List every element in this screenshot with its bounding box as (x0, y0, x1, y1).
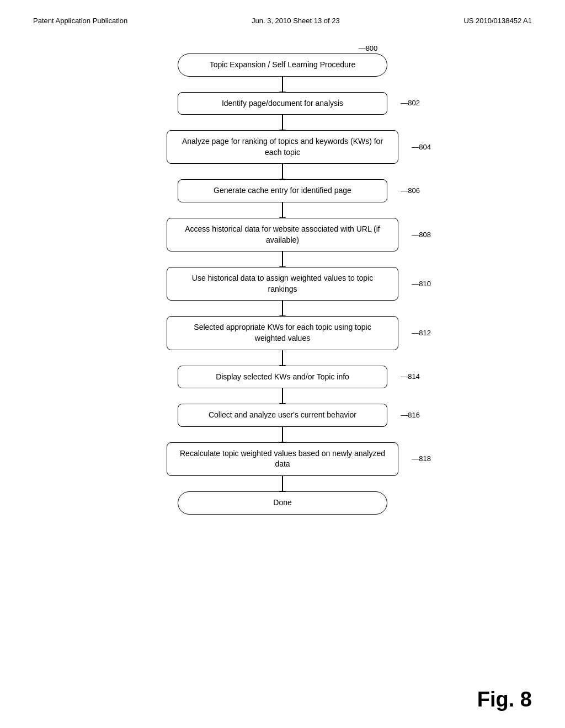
arrow-start (282, 77, 283, 92)
step-ref-806: —806 (401, 186, 420, 196)
arrow-802 (282, 115, 283, 130)
header-right: US 2010/0138452 A1 (463, 17, 532, 25)
flow-item-816: Collect and analyze user's current behav… (33, 404, 532, 442)
arrow-814 (282, 388, 283, 404)
step-ref-814: —814 (401, 372, 420, 382)
box-802: Identify page/document for analysis—802 (178, 92, 387, 115)
flow-item-810: Use historical data to assign weighted v… (33, 267, 532, 316)
flow-item-804: Analyze page for ranking of topics and k… (33, 130, 532, 179)
box-start: Topic Expansion / Self Learning Procedur… (178, 53, 387, 77)
flow-item-808: Access historical data for website assoc… (33, 218, 532, 267)
arrow-810 (282, 301, 283, 316)
box-818: Recalculate topic weighted values based … (167, 442, 398, 476)
figure-label: Fig. 8 (477, 688, 532, 711)
page: Patent Application Publication Jun. 3, 2… (0, 0, 565, 728)
box-812: Selected appropriate KWs for each topic … (167, 316, 398, 350)
step-ref-802: —802 (401, 98, 420, 108)
flow-item-806: Generate cache entry for identified page… (33, 179, 532, 218)
box-804: Analyze page for ranking of topics and k… (167, 130, 398, 164)
step-ref-812: —812 (412, 328, 431, 338)
arrow-808 (282, 251, 283, 267)
box-808: Access historical data for website assoc… (167, 218, 398, 251)
flow-item-802: Identify page/document for analysis—802 (33, 92, 532, 131)
flow-item-812: Selected appropriate KWs for each topic … (33, 316, 532, 365)
arrow-804 (282, 164, 283, 179)
step-ref-818: —818 (412, 454, 431, 464)
box-816: Collect and analyze user's current behav… (178, 404, 387, 427)
arrow-818 (282, 476, 283, 491)
top-ref-800: —800 (359, 44, 378, 52)
header-left: Patent Application Publication (33, 17, 127, 25)
flow-item-818: Recalculate topic weighted values based … (33, 442, 532, 491)
box-814: Display selected KWs and/or Topic info—8… (178, 366, 387, 389)
flowchart-diagram: —800Topic Expansion / Self Learning Proc… (33, 44, 532, 515)
arrow-816 (282, 427, 283, 442)
header-middle: Jun. 3, 2010 Sheet 13 of 23 (252, 17, 340, 25)
flow-item-done: Done (33, 491, 532, 515)
step-ref-810: —810 (412, 279, 431, 289)
flow-item-814: Display selected KWs and/or Topic info—8… (33, 366, 532, 404)
box-done: Done (178, 491, 387, 515)
flow-item-start: —800Topic Expansion / Self Learning Proc… (33, 44, 532, 92)
page-header: Patent Application Publication Jun. 3, 2… (33, 17, 532, 28)
arrow-806 (282, 202, 283, 218)
step-ref-816: —816 (401, 410, 420, 420)
box-810: Use historical data to assign weighted v… (167, 267, 398, 301)
step-ref-808: —808 (412, 229, 431, 239)
arrow-812 (282, 350, 283, 366)
box-806: Generate cache entry for identified page… (178, 179, 387, 202)
step-ref-804: —804 (412, 142, 431, 152)
